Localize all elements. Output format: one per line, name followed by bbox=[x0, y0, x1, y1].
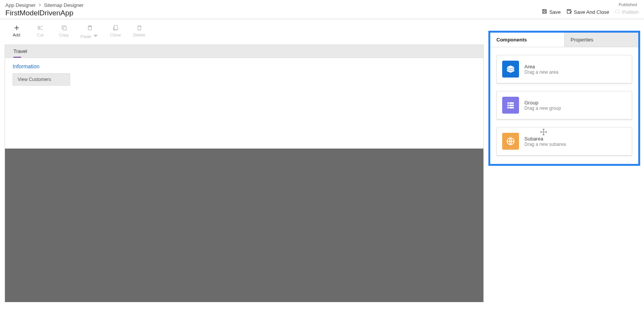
app-body: Add Cut Copy Paste bbox=[0, 19, 644, 306]
sitemap-canvas: Travel Information View Customers bbox=[5, 45, 484, 302]
canvas-toolbar: Add Cut Copy Paste bbox=[5, 23, 484, 45]
app-header: App Designer Sitemap Designer FirstModel… bbox=[0, 0, 644, 19]
components-list: Area Drag a new area Group Drag a new gr… bbox=[490, 47, 638, 164]
side-panel: Components Properties Area Drag a new ar… bbox=[487, 19, 644, 306]
copy-label: Copy bbox=[59, 33, 69, 37]
add-button[interactable]: Add bbox=[9, 25, 24, 40]
paste-icon bbox=[87, 25, 93, 32]
cut-label: Cut bbox=[37, 33, 43, 37]
publish-label: Publish bbox=[622, 9, 639, 15]
breadcrumb: App Designer Sitemap Designer bbox=[5, 2, 84, 8]
component-area-title: Area bbox=[524, 64, 559, 69]
publish-icon bbox=[614, 8, 620, 15]
save-and-close-button[interactable]: Save And Close bbox=[566, 8, 610, 15]
component-subarea-title: Subarea bbox=[524, 136, 566, 142]
component-group-desc: Drag a new group bbox=[524, 106, 561, 111]
save-close-icon bbox=[566, 8, 572, 15]
tab-components[interactable]: Components bbox=[490, 33, 565, 47]
area-tab[interactable]: Travel bbox=[5, 45, 36, 58]
components-panel-highlight: Components Properties Area Drag a new ar… bbox=[488, 31, 640, 166]
canvas-empty-area bbox=[5, 149, 483, 302]
save-close-label: Save And Close bbox=[574, 9, 610, 15]
component-area[interactable]: Area Drag a new area bbox=[496, 55, 632, 83]
area-layers-icon bbox=[502, 61, 519, 78]
subarea-tile[interactable]: View Customers bbox=[13, 73, 70, 86]
group-list-icon bbox=[502, 97, 519, 114]
add-label: Add bbox=[13, 33, 20, 37]
clone-button: Clone bbox=[108, 25, 123, 40]
breadcrumb-root[interactable]: App Designer bbox=[5, 2, 36, 8]
delete-label: Delete bbox=[133, 33, 145, 37]
component-area-desc: Drag a new area bbox=[524, 69, 559, 75]
save-icon bbox=[542, 8, 547, 15]
copy-button: Copy bbox=[57, 25, 71, 40]
plus-icon bbox=[13, 25, 20, 32]
canvas-region: Add Cut Copy Paste bbox=[0, 19, 487, 306]
component-subarea-desc: Drag a new subarea bbox=[524, 142, 566, 147]
save-label: Save bbox=[549, 9, 561, 15]
chevron-right-icon bbox=[38, 2, 42, 8]
clone-label: Clone bbox=[110, 33, 121, 37]
paste-label: Paste bbox=[80, 34, 91, 39]
tab-properties[interactable]: Properties bbox=[565, 33, 639, 47]
trash-icon bbox=[136, 25, 143, 32]
group-title[interactable]: Information bbox=[13, 63, 476, 69]
component-group-title: Group bbox=[524, 100, 561, 106]
header-actions: Save Save And Close Publish bbox=[542, 8, 639, 15]
clone-icon bbox=[112, 25, 119, 32]
page-title: FirstModelDrivenApp bbox=[5, 9, 84, 17]
area-bar: Travel bbox=[5, 45, 483, 58]
publish-button: Publish bbox=[614, 8, 639, 15]
breadcrumb-current: Sitemap Designer bbox=[44, 2, 84, 8]
chevron-down-icon bbox=[92, 33, 99, 40]
scissors-icon bbox=[37, 25, 44, 32]
move-cursor-icon bbox=[540, 128, 547, 136]
paste-button: Paste bbox=[80, 25, 99, 40]
component-subarea[interactable]: Subarea Drag a new subarea bbox=[496, 127, 632, 155]
delete-button: Delete bbox=[132, 25, 146, 40]
globe-icon bbox=[502, 133, 519, 150]
status-badge: Published bbox=[619, 2, 639, 7]
save-button[interactable]: Save bbox=[542, 8, 561, 15]
cut-button: Cut bbox=[33, 25, 48, 40]
copy-icon bbox=[61, 25, 67, 32]
component-group[interactable]: Group Drag a new group bbox=[496, 91, 632, 119]
side-tabs: Components Properties bbox=[490, 33, 638, 47]
area-content: Information View Customers bbox=[5, 58, 483, 149]
